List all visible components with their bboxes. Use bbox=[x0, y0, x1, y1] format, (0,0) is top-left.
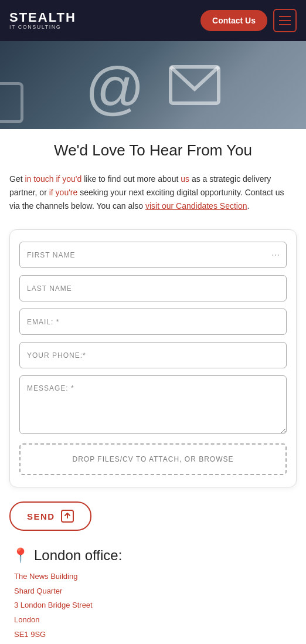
phone-field bbox=[19, 342, 287, 368]
intro-highlight-1: in touch if you'd bbox=[25, 174, 81, 184]
main-content: We'd Love To Hear From You Get in touch … bbox=[0, 129, 306, 644]
message-textarea[interactable] bbox=[19, 375, 287, 434]
logo: STEALTH IT CONSULTING bbox=[9, 11, 76, 30]
send-icon bbox=[61, 510, 74, 523]
logo-main: STEALTH bbox=[9, 11, 76, 25]
send-label: SEND bbox=[27, 511, 55, 521]
office-section: 📍 London office: The News Building Shard… bbox=[9, 547, 297, 642]
intro-highlight-3: if you're bbox=[49, 188, 78, 197]
upload-arrow-icon bbox=[63, 512, 72, 520]
email-input[interactable] bbox=[19, 309, 287, 335]
page-title: We'd Love To Hear From You bbox=[9, 141, 297, 161]
menu-button[interactable] bbox=[273, 9, 297, 32]
file-drop-zone[interactable]: DROP FILES/CV TO ATTACH, OR BROWSE bbox=[19, 443, 287, 475]
intro-text-2: like to find out more about bbox=[81, 174, 181, 184]
hamburger-line-1 bbox=[279, 16, 291, 17]
hamburger-line-2 bbox=[279, 20, 291, 21]
intro-highlight-2: us bbox=[181, 174, 189, 184]
file-drop-label: DROP FILES/CV TO ATTACH, OR BROWSE bbox=[73, 455, 234, 463]
message-field bbox=[19, 375, 287, 436]
phone-icon bbox=[0, 82, 23, 123]
header: STEALTH IT CONSULTING Contact Us bbox=[0, 0, 306, 41]
logo-sub: IT CONSULTING bbox=[9, 25, 76, 30]
contact-form-card: ⋯ DROP FILES/CV TO ATTACH, OR BROWSE bbox=[9, 229, 297, 487]
last-name-input[interactable] bbox=[19, 275, 287, 301]
contact-us-button[interactable]: Contact Us bbox=[200, 10, 267, 31]
intro-text-1: Get bbox=[9, 174, 25, 184]
at-symbol-icon: @ bbox=[85, 55, 145, 122]
address-line-2: Shard Quarter bbox=[14, 584, 294, 599]
header-right: Contact Us bbox=[200, 9, 297, 32]
intro-paragraph: Get in touch if you'd like to find out m… bbox=[9, 172, 297, 213]
envelope-icon bbox=[168, 65, 221, 106]
candidates-section-link[interactable]: visit our Candidates Section bbox=[145, 201, 247, 211]
office-address: The News Building Shard Quarter 3 London… bbox=[14, 570, 294, 642]
email-field bbox=[19, 309, 287, 335]
phone-input[interactable] bbox=[19, 342, 287, 368]
address-line-1: The News Building bbox=[14, 570, 294, 584]
hamburger-line-3 bbox=[279, 24, 291, 25]
address-line-3: 3 London Bridge Street bbox=[14, 598, 294, 613]
location-pin-icon: 📍 bbox=[12, 547, 29, 564]
office-header: 📍 London office: bbox=[12, 547, 294, 564]
first-name-field: ⋯ bbox=[19, 242, 287, 268]
last-name-field bbox=[19, 275, 287, 301]
send-button[interactable]: SEND bbox=[9, 501, 91, 531]
input-icon: ⋯ bbox=[271, 250, 280, 260]
office-title: London office: bbox=[34, 547, 122, 564]
address-line-4: London bbox=[14, 613, 294, 628]
first-name-input[interactable] bbox=[19, 242, 287, 268]
hero-section: @ bbox=[0, 41, 306, 129]
intro-text-5: . bbox=[247, 201, 250, 211]
address-line-5: SE1 9SG bbox=[14, 628, 294, 642]
